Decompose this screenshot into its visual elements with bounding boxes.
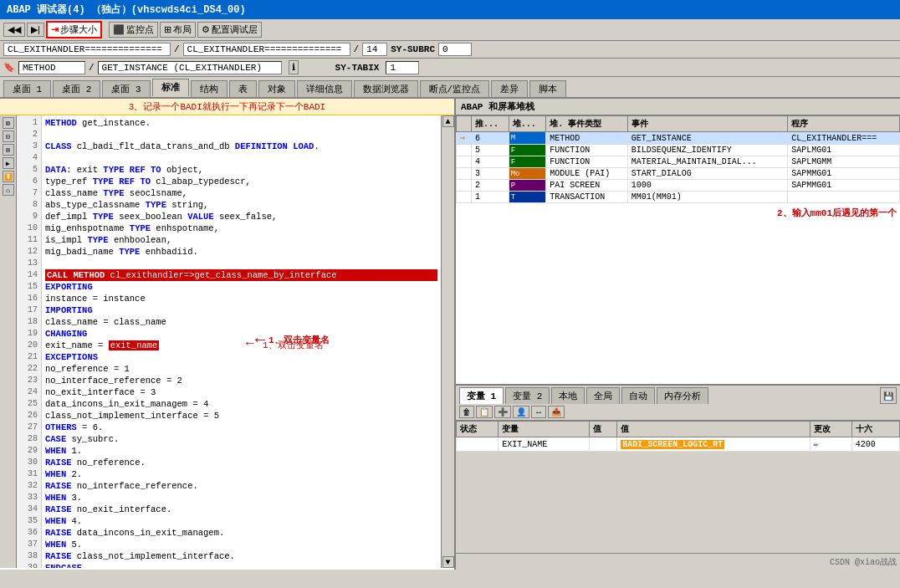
stack-row[interactable]: 2 P PAI SCREEN 1000 SAPMMG01 [457, 180, 900, 192]
stack-row[interactable]: ⇒ 6 M METHOD GET_INSTANCE CL_EXITHANDLER… [457, 132, 900, 145]
stack-event: GET_INSTANCE [627, 132, 787, 145]
line-number: 14 [362, 43, 387, 56]
tab-data-browser[interactable]: 数据浏览器 [354, 80, 418, 97]
stack-icon: M [509, 132, 546, 145]
sidebar-btn5[interactable]: ⏬ [3, 171, 14, 182]
tabs-bar: 桌面 1 桌面 2 桌面 3 标准 结构 表 对象 详细信息 数据浏览器 断点/… [0, 77, 900, 99]
tab-desktop3[interactable]: 桌面 3 [102, 80, 150, 97]
col-event: 事件 [627, 116, 787, 132]
footer-credit: CSDN @xiao战战 [830, 556, 897, 568]
var-status [457, 437, 499, 452]
vars-add-btn[interactable]: ➕ [494, 406, 511, 418]
class-path1: CL_EXITHANDLER============== [3, 43, 171, 56]
vars-transfer-btn[interactable]: ↔ [531, 406, 546, 418]
tab-desktop2[interactable]: 桌面 2 [53, 80, 100, 97]
vars-container: 状态 变量 值 值 更改 十六 EXIT_NAME [456, 421, 900, 555]
code-sidebar: ⊠ ⊟ ⊞ ▶ ⏬ ⌂ [0, 115, 17, 568]
tab-script[interactable]: 脚本 [529, 80, 566, 97]
vars-copy-btn[interactable]: 📋 [476, 406, 493, 418]
info-btn[interactable]: ℹ [289, 60, 299, 74]
sy-subrc-value: 0 [438, 43, 472, 56]
scroll-up[interactable]: ▲ [442, 115, 454, 127]
layout-btn[interactable]: ⊞ 布局 [160, 22, 196, 38]
vars-tab-1[interactable]: 变量 1 [459, 387, 504, 404]
step-btn[interactable]: ▶| [27, 23, 44, 37]
bookmark-icon: 🔖 [3, 62, 15, 73]
vars-tab-auto[interactable]: 自动 [621, 387, 655, 404]
annotation-bar1: 3、记录一个BADI就执行一下再记录下一个BADI [0, 99, 454, 115]
stack-panel: ABAP 和屏幕堆栈 推... 堆... 堆. 事件类型 事件 程序 ⇒ [456, 99, 900, 386]
vars-tab-global[interactable]: 全局 [586, 387, 620, 404]
vars-table: 状态 变量 值 值 更改 十六 EXIT_NAME [456, 421, 900, 452]
config-btn[interactable]: ⚙ 配置调试层 [197, 22, 262, 38]
var-change[interactable]: ✏ [810, 437, 851, 452]
var-value1 [590, 437, 617, 452]
vars-tab-local[interactable]: 本地 [551, 387, 585, 404]
tab-standard[interactable]: 标准 [152, 79, 189, 97]
sidebar-btn3[interactable]: ⊞ [3, 144, 14, 156]
var-name: EXIT_NAME [499, 437, 590, 452]
step-back-btn[interactable]: ◀◀ [3, 23, 25, 37]
col-status: 状态 [457, 422, 499, 437]
code-content: METHOD get_instance. CLASS cl_badi_flt_d… [42, 115, 441, 568]
method-value: GET_INSTANCE (CL_EXITHANDLER) [98, 61, 282, 74]
class-path2: CL_EXITHANDLER============== [183, 43, 350, 56]
vars-save-btn[interactable]: 💾 [880, 387, 897, 404]
tab-table[interactable]: 表 [229, 80, 257, 97]
stack-row[interactable]: 4 F FUNCTION MATERIAL_MAINTAIN_DIAL... S… [457, 156, 900, 168]
stack-row[interactable]: 1 T TRANSACTION MM01(MM01) [457, 192, 900, 203]
col-arrow [457, 116, 472, 132]
sidebar-btn6[interactable]: ⌂ [3, 184, 14, 196]
stack-type: METHOD [546, 132, 628, 145]
vars-delete-btn[interactable]: 🗑 [459, 406, 474, 418]
col-type: 堆. 事件类型 [546, 116, 628, 132]
var-hex: 4200 [851, 437, 899, 452]
sy-subrc-label: SY-SUBRC [391, 44, 435, 54]
value-highlight: BADI_SCREEN_LOGIC_RT [621, 440, 724, 449]
sidebar-btn1[interactable]: ⊠ [3, 117, 14, 129]
sidebar-btn2[interactable]: ⊟ [3, 130, 14, 142]
col-program: 程序 [788, 116, 900, 132]
main-content: 3、记录一个BADI就执行一下再记录下一个BADI ⊠ ⊟ ⊞ ▶ ⏬ ⌂ 12… [0, 99, 900, 570]
col-change: 更改 [810, 422, 851, 437]
col-variable: 变量 [499, 422, 590, 437]
step-size-btn[interactable]: ⇥ 步骤大小 [46, 21, 102, 38]
vars-export-btn[interactable]: 📤 [548, 406, 565, 418]
tab-object[interactable]: 对象 [258, 80, 295, 97]
tab-diff[interactable]: 差异 [491, 80, 528, 97]
col-hex: 十六 [851, 422, 899, 437]
annotation-3: 2、输入mm01后遇见的第一个 [456, 203, 900, 222]
sidebar-btn4[interactable]: ▶ [3, 157, 14, 169]
status-bar: CL_EXITHANDLER============== / CL_EXITHA… [0, 41, 900, 59]
tab-desktop1[interactable]: 桌面 1 [3, 80, 51, 97]
line-numbers: 12345 678910 1112131415 1617181920 21222… [17, 115, 42, 568]
vars-tabs: 变量 1 变量 2 本地 全局 自动 内存分析 💾 [456, 386, 900, 404]
scroll-down[interactable]: ▼ [442, 556, 454, 568]
col-value1: 值 [590, 422, 617, 437]
annotation-2: 1、双击变量名 [263, 340, 324, 351]
stack-row[interactable]: 3 Mo MODULE (PAI) START_DIALOG SAPMMG01 [457, 168, 900, 180]
vars-person-btn[interactable]: 👤 [513, 406, 529, 418]
footer-bar: CSDN @xiao战战 [456, 553, 900, 570]
tab-detail[interactable]: 详细信息 [297, 80, 352, 97]
vars-row[interactable]: EXIT_NAME BADI_SCREEN_LOGIC_RT ✏ 4200 [457, 437, 900, 452]
method-bar: 🔖 METHOD / GET_INSTANCE (CL_EXITHANDLER)… [0, 59, 900, 77]
stack-row[interactable]: 5 F FUNCTION BILDSEQUENZ_IDENTIFY SAPLMG… [457, 145, 900, 156]
stack-program: CL_EXITHANDLER=== [788, 132, 900, 145]
arrow-cell: ⇒ [457, 132, 472, 145]
tab-breakpoint[interactable]: 断点/监控点 [420, 80, 490, 97]
tab-structure[interactable]: 结构 [191, 80, 228, 97]
vars-tab-memory[interactable]: 内存分析 [657, 387, 708, 404]
col-num: 推... [472, 116, 509, 132]
stack-table: 推... 堆... 堆. 事件类型 事件 程序 ⇒ 6 M METHOD GET… [456, 115, 900, 203]
vars-tab-2[interactable]: 变量 2 [505, 387, 550, 404]
stack-panel-title: ABAP 和屏幕堆栈 [456, 99, 900, 115]
stop-btn[interactable]: ⬛ 监控点 [109, 22, 158, 38]
title-bar: ABAP 调试器(4) （独占）(vhscwds4ci_DS4_00) [0, 0, 900, 19]
var-value2: BADI_SCREEN_LOGIC_RT [617, 437, 810, 452]
right-panel: ABAP 和屏幕堆栈 推... 堆... 堆. 事件类型 事件 程序 ⇒ [456, 99, 900, 570]
stack-num: 6 [472, 132, 509, 145]
method-label: METHOD [18, 61, 85, 74]
toolbar: ◀◀ ▶| ⇥ 步骤大小 ⬛ 监控点 ⊞ 布局 ⚙ 配置调试层 [0, 19, 900, 41]
code-scrollbar[interactable]: ▲ ▼ [441, 115, 454, 568]
